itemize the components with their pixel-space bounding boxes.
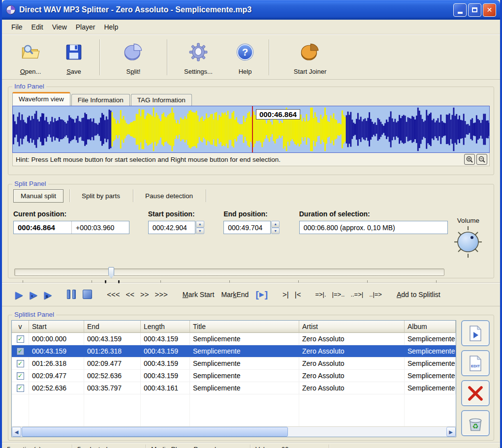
volume-knob[interactable] — [450, 224, 486, 260]
play-from-cursor-icon: ▶• — [30, 290, 37, 299]
settings-gear-icon — [189, 36, 208, 68]
status-volume: Volume: 60 — [251, 445, 329, 448]
stop-icon — [83, 290, 92, 299]
column-header-title[interactable]: Title — [190, 321, 299, 333]
waveform-display[interactable]: 000:46.864 — [12, 106, 490, 153]
slider-thumb[interactable] — [108, 267, 114, 278]
scrollbar-thumb[interactable] — [22, 427, 288, 437]
info-panel-label: Info Panel — [12, 83, 46, 90]
settings-label: Settings... — [184, 68, 213, 75]
split-panel-label: Split Panel — [12, 180, 48, 187]
duration-field: 000:06.800 (approx. 0,10 MB) — [299, 221, 448, 234]
playback-cursor[interactable] — [252, 106, 253, 152]
current-position-label: Curent position: — [13, 210, 137, 218]
save-button[interactable]: Save — [52, 36, 95, 78]
help-button[interactable]: ? Help — [225, 36, 265, 78]
status-sections: 5 section(s) — [2, 445, 72, 448]
row-checkbox[interactable]: ✓ — [17, 360, 24, 367]
scroll-right-arrow[interactable]: ▶ — [446, 427, 456, 437]
zoom-out-button[interactable] — [476, 154, 487, 165]
menu-player[interactable]: Player — [71, 21, 100, 33]
column-header-start[interactable]: Start — [29, 321, 84, 333]
scroll-left-arrow[interactable]: ◀ — [12, 427, 21, 437]
tab-waveform-view[interactable]: Waveform view — [12, 92, 70, 106]
menu-file[interactable]: File — [7, 21, 27, 33]
start-position-input[interactable]: 000:42.904 — [148, 221, 195, 234]
column-header-artist[interactable]: Artist — [299, 321, 405, 333]
play-section-icon: ▶ — [259, 291, 264, 298]
open-button[interactable]: Open... — [9, 36, 52, 78]
cursor-position-label: 000:46.864 — [256, 109, 300, 119]
tab-file-information[interactable]: File Information — [71, 94, 130, 106]
maximize-button[interactable] — [468, 3, 481, 17]
status-player: Media Player: Paused — [146, 445, 251, 448]
column-header-check[interactable]: v — [12, 321, 29, 333]
menu-bar: File Edit View Player Help — [2, 20, 500, 34]
joiner-pie-icon — [300, 36, 320, 68]
start-position-stepper[interactable]: ▲▼ — [196, 221, 204, 234]
splitlist-actions: EDIT ♻ — [460, 320, 491, 437]
svg-text:EDIT: EDIT — [471, 364, 480, 368]
settings-button[interactable]: Settings... — [171, 36, 225, 78]
splitlist-empty-area — [12, 394, 456, 426]
play-file-icon — [468, 325, 483, 342]
tab-pause-detection[interactable]: Pause detection — [138, 190, 200, 202]
split-tabs: Manual split Split by parts Pause detect… — [13, 188, 489, 203]
split-label: Split! — [126, 68, 141, 75]
column-header-length[interactable]: Length — [141, 321, 190, 333]
slider-track[interactable] — [14, 269, 444, 276]
end-position-stepper[interactable]: ▲▼ — [271, 221, 280, 234]
spin-down-icon: ▼ — [271, 228, 280, 235]
close-button[interactable]: ✕ — [483, 3, 496, 17]
edit-file-icon: EDIT — [468, 355, 483, 372]
menu-view[interactable]: View — [48, 21, 71, 33]
recycle-bin-icon: ♻ — [466, 414, 485, 433]
volume-label: Volume — [457, 217, 479, 224]
split-button[interactable]: Split! — [104, 36, 163, 78]
end-position-input[interactable]: 000:49.704 — [223, 221, 271, 234]
help-label: Help — [239, 68, 252, 75]
start-position-group: Start position: 000:42.904 ▲▼ — [148, 210, 215, 260]
spin-up-icon: ▲ — [271, 221, 280, 228]
app-icon — [6, 5, 16, 15]
horizontal-scrollbar[interactable]: ◀ ▶ — [12, 426, 456, 437]
tab-split-by-parts[interactable]: Split by parts — [75, 190, 127, 202]
current-position-group: Curent position: 000:46.864 +000:03.960 — [13, 210, 137, 260]
column-header-end[interactable]: End — [84, 321, 141, 333]
splitlist-panel-label: Splitlist Panel — [12, 311, 56, 318]
start-joiner-button[interactable]: Start Joiner — [273, 36, 347, 78]
splitlist-row[interactable]: ✓ 002:52.636 003:35.797 000:43.161 Sempl… — [12, 382, 456, 394]
clear-splitlist-button[interactable]: ♻ — [461, 410, 490, 436]
title-bar[interactable]: Direct WAV MP3 Splitter - Zero Assoluto … — [2, 0, 500, 20]
tab-tag-information[interactable]: TAG Information — [131, 94, 192, 106]
splitlist-row[interactable]: ✓ 000:00.000 000:43.159 000:43.159 Sempl… — [12, 333, 456, 345]
splitlist-row-selected[interactable]: ✓ 000:43.159 001:26.318 000:43.159 Sempl… — [12, 345, 456, 358]
end-position-label: End position: — [223, 210, 290, 218]
delete-section-button[interactable] — [461, 380, 490, 406]
row-checkbox[interactable]: ✓ — [17, 348, 24, 355]
row-checkbox[interactable]: ✓ — [17, 385, 24, 392]
tab-manual-split[interactable]: Manual split — [13, 189, 63, 203]
zoom-in-button[interactable] — [464, 154, 475, 165]
minimize-button[interactable] — [453, 3, 467, 17]
start-joiner-label: Start Joiner — [294, 68, 326, 75]
position-slider[interactable] — [13, 267, 445, 289]
row-checkbox[interactable]: ✓ — [17, 372, 24, 380]
current-position-offset: +000:03.960 — [72, 224, 114, 232]
open-folder-icon — [21, 36, 40, 68]
row-checkbox[interactable]: ✓ — [17, 335, 24, 343]
save-floppy-icon — [65, 36, 82, 68]
current-position-value: 000:46.864 — [14, 221, 72, 234]
svg-text:?: ? — [242, 47, 248, 58]
play-section-file-button[interactable] — [461, 320, 490, 346]
splitlist-row[interactable]: ✓ 001:26.318 002:09.477 000:43.159 Sempl… — [12, 358, 456, 370]
main-toolbar: Open... Save Split! — [2, 34, 500, 80]
menu-edit[interactable]: Edit — [27, 21, 48, 33]
menu-help[interactable]: Help — [99, 21, 123, 33]
toolbar-separator — [167, 39, 167, 75]
splitlist-row[interactable]: ✓ 002:09.477 002:52.636 000:43.159 Sempl… — [12, 370, 456, 382]
play-selection-icon: ▶s — [44, 290, 52, 299]
open-label: Open... — [20, 68, 41, 75]
column-header-album[interactable]: Album — [405, 321, 456, 333]
edit-section-button[interactable]: EDIT — [461, 350, 490, 376]
